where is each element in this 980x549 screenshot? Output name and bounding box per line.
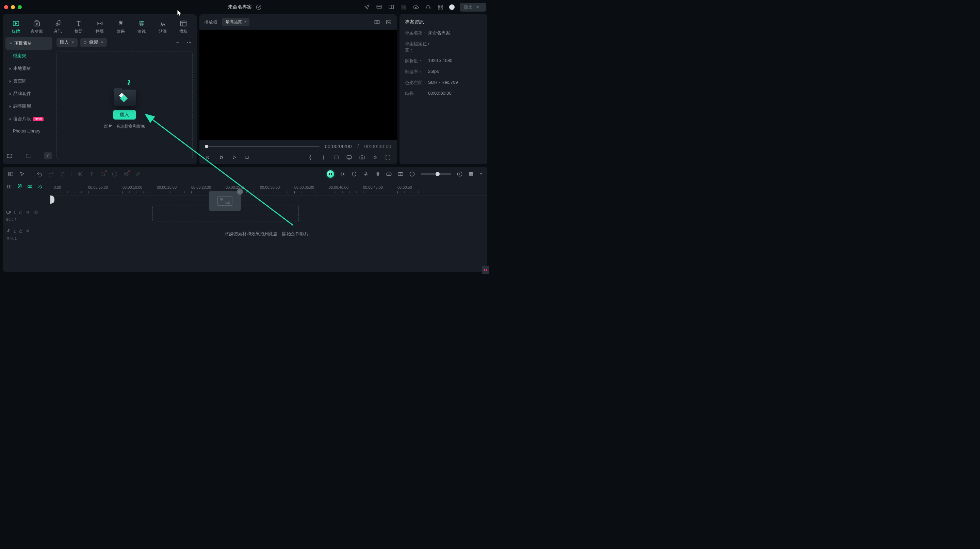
sidebar-item-compound[interactable]: 復合片段 NEW: [5, 113, 52, 125]
selection-tool-icon[interactable]: [19, 171, 25, 177]
time-sep: /: [357, 144, 359, 149]
compare-view-icon[interactable]: [374, 19, 380, 26]
play-icon[interactable]: [231, 154, 237, 161]
headset-icon[interactable]: [425, 4, 431, 11]
text-icon[interactable]: [89, 171, 95, 177]
save-icon[interactable]: [400, 4, 407, 11]
filter-sort-icon[interactable]: [174, 39, 181, 46]
chevron-down-icon[interactable]: [480, 173, 482, 175]
track-view-icon[interactable]: [468, 171, 474, 177]
link-icon[interactable]: [135, 171, 141, 177]
apps-grid-icon[interactable]: [437, 4, 444, 11]
sidebar-item-local[interactable]: 本地素材: [5, 62, 52, 75]
import-button[interactable]: 匯入: [113, 110, 136, 120]
audio-mixer-icon[interactable]: [374, 171, 380, 177]
record-dropdown[interactable]: 錄製: [80, 38, 107, 47]
sidebar-item-photos-library[interactable]: Photos Library: [5, 125, 52, 137]
tab-sticker[interactable]: 貼圖: [153, 18, 172, 34]
media-dropzone[interactable]: 匯入 影片、音訊檔案和影像: [56, 51, 192, 160]
audio-track-header[interactable]: 1: [3, 227, 50, 236]
visibility-icon[interactable]: [33, 210, 38, 215]
lock-icon[interactable]: [18, 210, 23, 215]
color-icon[interactable]: [123, 171, 129, 177]
playhead-handle[interactable]: [50, 195, 54, 204]
keyboard-icon[interactable]: [386, 171, 392, 177]
snapshot-icon[interactable]: [359, 154, 366, 161]
auto-ripple-icon[interactable]: [37, 183, 43, 190]
scrub-track[interactable]: [205, 146, 320, 147]
stop-icon[interactable]: [243, 154, 250, 161]
enhance-icon[interactable]: [340, 171, 346, 177]
user-avatar[interactable]: [449, 5, 455, 10]
crop-icon[interactable]: [100, 171, 106, 177]
caret-down-icon: [10, 43, 12, 44]
marker-icon[interactable]: [351, 171, 357, 177]
zoom-out-icon[interactable]: [409, 171, 415, 177]
collapse-sidebar-button[interactable]: [44, 152, 52, 160]
aspect-ratio-icon[interactable]: [333, 154, 340, 161]
svg-rect-6: [441, 5, 443, 7]
export-button[interactable]: 匯出: [460, 3, 486, 11]
tab-media[interactable]: 媒體: [6, 18, 26, 34]
folder-icon[interactable]: [25, 152, 32, 159]
sidebar-item-folder[interactable]: 檔案夾: [5, 50, 52, 62]
speed-icon[interactable]: [111, 171, 118, 177]
sidebar-item-cloud[interactable]: 雲空間: [5, 75, 52, 88]
svg-point-39: [342, 173, 344, 175]
undo-icon[interactable]: [37, 171, 43, 177]
ai-assistant-icon[interactable]: [327, 170, 334, 178]
magnet-icon[interactable]: [16, 183, 23, 190]
mute-icon[interactable]: [26, 228, 30, 234]
mute-icon[interactable]: [26, 210, 30, 215]
volume-icon[interactable]: [372, 154, 379, 161]
stock-icon: [33, 20, 40, 27]
new-folder-icon[interactable]: [6, 152, 13, 159]
prev-frame-icon[interactable]: [205, 154, 212, 161]
tab-audio[interactable]: 音訊: [48, 18, 68, 34]
import-dropdown[interactable]: 匯入: [56, 38, 78, 47]
paper-plane-icon[interactable]: [363, 4, 370, 11]
next-frame-icon[interactable]: [218, 154, 224, 161]
zoom-thumb[interactable]: [436, 172, 440, 176]
render-icon[interactable]: [398, 171, 404, 177]
zoom-in-icon[interactable]: [457, 171, 463, 177]
delete-icon[interactable]: [60, 171, 66, 177]
panel-layout-1-icon[interactable]: [375, 4, 382, 11]
zoom-window-button[interactable]: [18, 5, 22, 9]
quality-select[interactable]: 最高品質: [222, 18, 250, 26]
close-window-button[interactable]: [4, 5, 8, 9]
redo-icon[interactable]: [48, 171, 54, 177]
sidebar-item-adjustment-layer[interactable]: 調整圖層: [5, 100, 52, 113]
scrub-thumb[interactable]: [205, 145, 208, 148]
tab-title[interactable]: 標題: [69, 18, 89, 34]
lock-icon[interactable]: [18, 228, 23, 234]
sidebar-item-project-media[interactable]: 項目素材: [5, 37, 52, 50]
picture-icon[interactable]: [385, 19, 392, 26]
tab-transition[interactable]: 轉場: [90, 18, 110, 34]
export-label: 匯出: [464, 4, 473, 10]
zoom-slider[interactable]: [421, 173, 451, 175]
tab-template[interactable]: 模板: [173, 18, 193, 34]
cloud-upload-icon[interactable]: [412, 4, 419, 11]
mark-in-icon[interactable]: {: [307, 154, 314, 161]
sequence-icon[interactable]: [6, 183, 13, 190]
tl-layout-icon[interactable]: [8, 171, 14, 177]
more-icon[interactable]: [186, 39, 192, 46]
video-track-header[interactable]: 1: [3, 208, 50, 217]
tab-filter[interactable]: 濾鏡: [132, 18, 151, 34]
panel-layout-2-icon[interactable]: [388, 4, 395, 11]
linked-selection-icon[interactable]: [27, 183, 33, 190]
timeline-ruler[interactable]: 0:0000:00:05:0000:00:10:0000:00:15:0000:…: [50, 181, 487, 195]
split-icon[interactable]: [77, 171, 83, 177]
tab-stock[interactable]: 素材庫: [27, 18, 47, 34]
display-device-icon[interactable]: [346, 154, 353, 161]
preview-stage[interactable]: [199, 30, 397, 140]
minimize-window-button[interactable]: [11, 5, 15, 9]
sidebar-item-brandkit[interactable]: 品牌套件: [5, 88, 52, 100]
fullscreen-icon[interactable]: [385, 154, 391, 161]
timeline-drop-target[interactable]: [153, 205, 299, 221]
tab-effect[interactable]: 效果: [111, 18, 130, 34]
timeline-tracks[interactable]: 0:0000:00:05:0000:00:10:0000:00:15:0000:…: [50, 181, 487, 272]
mark-out-icon[interactable]: }: [320, 154, 327, 161]
voiceover-icon[interactable]: [363, 171, 369, 177]
